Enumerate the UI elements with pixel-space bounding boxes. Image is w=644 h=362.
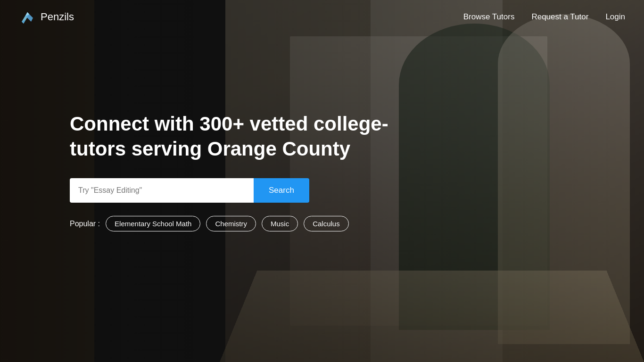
logo-icon	[19, 8, 36, 25]
popular-row: Popular : Elementary School MathChemistr…	[70, 216, 400, 231]
nav-login[interactable]: Login	[605, 12, 625, 22]
navbar: Penzils Browse Tutors Request a Tutor Lo…	[0, 0, 644, 34]
hero-content: Connect with 300+ vetted college-tutors …	[70, 112, 400, 231]
logo-text: Penzils	[41, 11, 74, 23]
search-row: Search	[70, 178, 400, 203]
popular-tag-elementary-school-math[interactable]: Elementary School Math	[106, 216, 200, 231]
hero-title: Connect with 300+ vetted college-tutors …	[70, 112, 400, 161]
popular-tag-calculus[interactable]: Calculus	[304, 216, 349, 231]
popular-tag-music[interactable]: Music	[262, 216, 298, 231]
nav-request-tutor[interactable]: Request a Tutor	[531, 12, 588, 22]
popular-label: Popular :	[70, 220, 100, 228]
search-button[interactable]: Search	[254, 178, 309, 203]
nav-links: Browse Tutors Request a Tutor Login	[463, 12, 625, 22]
search-input[interactable]	[70, 178, 254, 203]
logo-link[interactable]: Penzils	[19, 8, 74, 25]
nav-browse-tutors[interactable]: Browse Tutors	[463, 12, 515, 22]
popular-tag-chemistry[interactable]: Chemistry	[206, 216, 256, 231]
hero-section: Penzils Browse Tutors Request a Tutor Lo…	[0, 0, 644, 362]
